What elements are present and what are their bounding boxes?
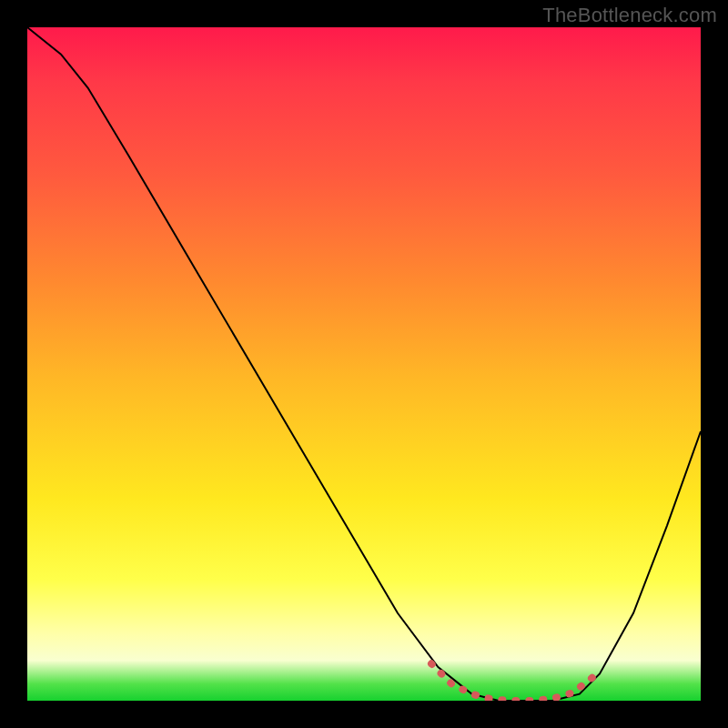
chart-frame: TheBottleneck.com (0, 0, 728, 728)
bottleneck-curve-path (27, 27, 701, 701)
curve-layer (27, 27, 701, 701)
watermark-text: TheBottleneck.com (542, 4, 717, 27)
gradient-plot-area (27, 27, 701, 701)
